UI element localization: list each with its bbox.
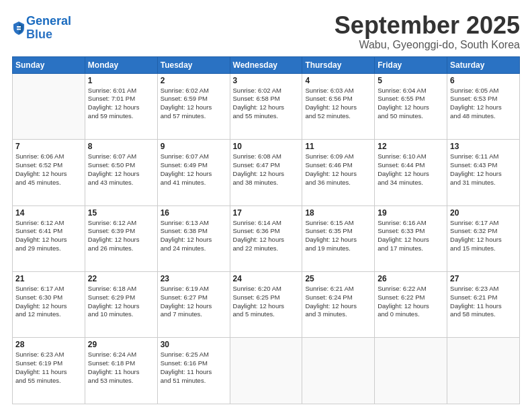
month-title: September 2025 — [335, 12, 520, 39]
calendar-cell: 6Sunrise: 6:05 AM Sunset: 6:53 PM Daylig… — [447, 73, 520, 139]
calendar-cell: 19Sunrise: 6:16 AM Sunset: 6:33 PM Dayli… — [375, 205, 447, 271]
day-number: 4 — [305, 76, 371, 85]
day-info: Sunrise: 6:02 AM Sunset: 6:58 PM Dayligh… — [233, 87, 300, 121]
logo-general: General — [26, 14, 71, 28]
calendar-cell: 2Sunrise: 6:02 AM Sunset: 6:59 PM Daylig… — [157, 73, 230, 139]
calendar-cell: 21Sunrise: 6:17 AM Sunset: 6:30 PM Dayli… — [13, 272, 85, 338]
day-number: 25 — [305, 274, 371, 283]
day-info: Sunrise: 6:19 AM Sunset: 6:27 PM Dayligh… — [161, 285, 227, 319]
calendar-cell: 16Sunrise: 6:13 AM Sunset: 6:38 PM Dayli… — [157, 205, 230, 271]
calendar-cell — [13, 73, 85, 139]
header-area: General Blue September 2025 Wabu, Gyeong… — [12, 12, 520, 51]
calendar-week-row: 7Sunrise: 6:06 AM Sunset: 6:52 PM Daylig… — [13, 140, 520, 205]
calendar-cell: 24Sunrise: 6:20 AM Sunset: 6:25 PM Dayli… — [230, 272, 302, 338]
day-number: 28 — [15, 340, 82, 349]
calendar-cell — [375, 338, 447, 404]
day-number: 27 — [450, 274, 517, 283]
day-info: Sunrise: 6:25 AM Sunset: 6:16 PM Dayligh… — [161, 351, 227, 385]
day-info: Sunrise: 6:08 AM Sunset: 6:47 PM Dayligh… — [233, 152, 300, 187]
day-info: Sunrise: 6:10 AM Sunset: 6:44 PM Dayligh… — [378, 152, 444, 187]
calendar-cell: 26Sunrise: 6:22 AM Sunset: 6:22 PM Dayli… — [375, 272, 447, 338]
day-info: Sunrise: 6:23 AM Sunset: 6:21 PM Dayligh… — [450, 285, 517, 319]
calendar-week-row: 28Sunrise: 6:23 AM Sunset: 6:19 PM Dayli… — [13, 338, 520, 404]
calendar-cell: 7Sunrise: 6:06 AM Sunset: 6:52 PM Daylig… — [13, 140, 85, 205]
calendar-week-row: 14Sunrise: 6:12 AM Sunset: 6:41 PM Dayli… — [13, 205, 520, 271]
day-number: 7 — [15, 142, 82, 151]
calendar-cell: 28Sunrise: 6:23 AM Sunset: 6:19 PM Dayli… — [13, 338, 85, 404]
calendar-cell: 20Sunrise: 6:17 AM Sunset: 6:32 PM Dayli… — [447, 205, 520, 271]
calendar-cell — [302, 338, 375, 404]
day-number: 21 — [15, 274, 82, 283]
day-number: 23 — [161, 274, 227, 283]
calendar-cell: 13Sunrise: 6:11 AM Sunset: 6:43 PM Dayli… — [447, 140, 520, 205]
calendar-cell: 5Sunrise: 6:04 AM Sunset: 6:55 PM Daylig… — [375, 73, 447, 139]
day-info: Sunrise: 6:24 AM Sunset: 6:18 PM Dayligh… — [88, 351, 154, 385]
day-info: Sunrise: 6:16 AM Sunset: 6:33 PM Dayligh… — [378, 219, 444, 253]
day-info: Sunrise: 6:01 AM Sunset: 7:01 PM Dayligh… — [88, 87, 154, 121]
day-info: Sunrise: 6:17 AM Sunset: 6:30 PM Dayligh… — [15, 285, 82, 319]
day-number: 17 — [233, 208, 300, 218]
calendar-cell: 22Sunrise: 6:18 AM Sunset: 6:29 PM Dayli… — [85, 272, 157, 338]
day-number: 9 — [161, 142, 227, 151]
calendar-week-row: 1Sunrise: 6:01 AM Sunset: 7:01 PM Daylig… — [13, 73, 520, 139]
day-number: 10 — [233, 142, 300, 151]
calendar-cell: 15Sunrise: 6:12 AM Sunset: 6:39 PM Dayli… — [85, 205, 157, 271]
day-info: Sunrise: 6:11 AM Sunset: 6:43 PM Dayligh… — [450, 152, 517, 187]
day-info: Sunrise: 6:02 AM Sunset: 6:59 PM Dayligh… — [161, 87, 227, 121]
day-info: Sunrise: 6:23 AM Sunset: 6:19 PM Dayligh… — [15, 351, 82, 385]
day-number: 6 — [450, 76, 517, 85]
day-number: 15 — [88, 208, 154, 218]
calendar-body: 1Sunrise: 6:01 AM Sunset: 7:01 PM Daylig… — [13, 73, 520, 404]
day-number: 1 — [88, 76, 154, 85]
calendar-cell: 4Sunrise: 6:03 AM Sunset: 6:56 PM Daylig… — [302, 73, 375, 139]
day-number: 19 — [378, 208, 444, 218]
col-monday: Monday — [85, 56, 157, 73]
day-number: 16 — [161, 208, 227, 218]
calendar-cell — [447, 338, 520, 404]
day-number: 14 — [15, 208, 82, 218]
day-info: Sunrise: 6:04 AM Sunset: 6:55 PM Dayligh… — [378, 87, 444, 121]
calendar-cell: 9Sunrise: 6:07 AM Sunset: 6:49 PM Daylig… — [157, 140, 230, 205]
logo: General Blue — [12, 15, 71, 42]
day-number: 18 — [305, 208, 371, 218]
day-info: Sunrise: 6:12 AM Sunset: 6:39 PM Dayligh… — [88, 219, 154, 253]
day-number: 30 — [161, 340, 227, 349]
calendar-cell: 10Sunrise: 6:08 AM Sunset: 6:47 PM Dayli… — [230, 140, 302, 205]
location: Wabu, Gyeonggi-do, South Korea — [335, 39, 520, 51]
logo-icon — [13, 21, 25, 36]
col-thursday: Thursday — [302, 56, 375, 73]
calendar-cell: 8Sunrise: 6:07 AM Sunset: 6:50 PM Daylig… — [85, 140, 157, 205]
calendar-cell: 14Sunrise: 6:12 AM Sunset: 6:41 PM Dayli… — [13, 205, 85, 271]
day-info: Sunrise: 6:15 AM Sunset: 6:35 PM Dayligh… — [305, 219, 371, 253]
day-number: 22 — [88, 274, 154, 283]
day-info: Sunrise: 6:12 AM Sunset: 6:41 PM Dayligh… — [15, 219, 82, 253]
day-number: 29 — [88, 340, 154, 349]
calendar-cell: 25Sunrise: 6:21 AM Sunset: 6:24 PM Dayli… — [302, 272, 375, 338]
day-info: Sunrise: 6:06 AM Sunset: 6:52 PM Dayligh… — [15, 152, 82, 187]
logo-text: General Blue — [26, 15, 71, 42]
day-number: 3 — [233, 76, 300, 85]
calendar-cell: 1Sunrise: 6:01 AM Sunset: 7:01 PM Daylig… — [85, 73, 157, 139]
day-number: 11 — [305, 142, 371, 151]
day-number: 13 — [450, 142, 517, 151]
col-wednesday: Wednesday — [230, 56, 302, 73]
day-info: Sunrise: 6:07 AM Sunset: 6:49 PM Dayligh… — [161, 152, 227, 187]
calendar-cell: 29Sunrise: 6:24 AM Sunset: 6:18 PM Dayli… — [85, 338, 157, 404]
day-info: Sunrise: 6:13 AM Sunset: 6:38 PM Dayligh… — [161, 219, 227, 253]
day-number: 26 — [378, 274, 444, 283]
logo-blue: Blue — [26, 28, 52, 41]
day-info: Sunrise: 6:07 AM Sunset: 6:50 PM Dayligh… — [88, 152, 154, 187]
page: General Blue September 2025 Wabu, Gyeong… — [0, 0, 532, 411]
day-info: Sunrise: 6:05 AM Sunset: 6:53 PM Dayligh… — [450, 87, 517, 121]
col-sunday: Sunday — [13, 56, 85, 73]
weekday-header-row: Sunday Monday Tuesday Wednesday Thursday… — [13, 56, 520, 73]
day-number: 20 — [450, 208, 517, 218]
calendar-cell: 27Sunrise: 6:23 AM Sunset: 6:21 PM Dayli… — [447, 272, 520, 338]
day-info: Sunrise: 6:03 AM Sunset: 6:56 PM Dayligh… — [305, 87, 371, 121]
day-number: 24 — [233, 274, 300, 283]
day-info: Sunrise: 6:17 AM Sunset: 6:32 PM Dayligh… — [450, 219, 517, 253]
calendar: Sunday Monday Tuesday Wednesday Thursday… — [12, 56, 520, 404]
day-info: Sunrise: 6:14 AM Sunset: 6:36 PM Dayligh… — [233, 219, 300, 253]
day-info: Sunrise: 6:22 AM Sunset: 6:22 PM Dayligh… — [378, 285, 444, 319]
day-info: Sunrise: 6:09 AM Sunset: 6:46 PM Dayligh… — [305, 152, 371, 187]
